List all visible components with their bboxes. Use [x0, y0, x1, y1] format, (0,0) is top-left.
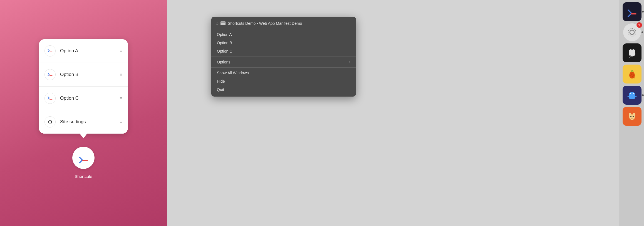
- chevron-right-icon: ›: [349, 60, 350, 64]
- shortcut-item-option-b[interactable]: Option B ≡: [39, 63, 128, 87]
- settings-badge: 1: [636, 22, 642, 28]
- svg-point-10: [632, 49, 635, 54]
- menu-item-option-b[interactable]: Option B: [211, 39, 356, 47]
- menu-option-b-label: Option B: [217, 41, 232, 45]
- option-c-label: Option C: [60, 95, 120, 101]
- drag-handle-c: ≡: [120, 96, 122, 100]
- menu-item-options[interactable]: Options ›: [211, 58, 356, 66]
- menu-item-option-c[interactable]: Option C: [211, 47, 356, 55]
- shortcut-list: Option A ≡ Option B ≡: [39, 39, 128, 134]
- migrate-dock-icon: [627, 90, 637, 100]
- dock-item-migrate[interactable]: [623, 86, 641, 105]
- shortcut-item-option-a[interactable]: Option A ≡: [39, 39, 128, 63]
- gear-icon: ⚙: [48, 119, 53, 125]
- menu-item-hide[interactable]: Hide: [211, 77, 356, 85]
- menu-item-show-all-windows[interactable]: Show All Windows: [211, 69, 356, 77]
- elephant-dock-icon: [627, 48, 637, 58]
- drag-handle-a: ≡: [120, 48, 122, 53]
- settings-dock-icon: [626, 27, 638, 38]
- migrate-active-dot: [642, 94, 644, 96]
- terminal-icon-b: [44, 69, 56, 80]
- left-panel: Option A ≡ Option B ≡: [0, 0, 167, 226]
- context-menu-header: ◇ Shortcuts Demo - Web App Manifest Demo: [211, 18, 356, 29]
- option-b-label: Option B: [60, 72, 120, 77]
- shortcut-list-wrapper: Option A ≡ Option B ≡: [39, 39, 128, 179]
- option-a-label: Option A: [60, 48, 120, 54]
- menu-section-window: Show All Windows Hide Quit: [211, 68, 356, 95]
- terminal-icon-c: [44, 93, 56, 104]
- dock-elephant-wrapper: [623, 43, 641, 62]
- svg-point-17: [629, 92, 635, 95]
- dock-migrate-wrapper: [623, 86, 641, 105]
- show-all-windows-label: Show All Windows: [217, 71, 249, 75]
- terminal-dock-icon: [626, 6, 638, 17]
- menu-item-option-a[interactable]: Option A: [211, 30, 356, 39]
- svg-point-7: [628, 28, 636, 36]
- middle-area: ◇ Shortcuts Demo - Web App Manifest Demo…: [167, 0, 620, 226]
- terminal-active-dot: [642, 11, 644, 13]
- window-icon: [221, 21, 226, 25]
- squirrel-dock-icon: [627, 111, 637, 122]
- bubble-tail: [80, 133, 87, 138]
- diamond-icon: ◇: [216, 21, 218, 25]
- dock-item-pineapple[interactable]: [623, 65, 641, 83]
- menu-title: Shortcuts Demo - Web App Manifest Demo: [228, 21, 302, 26]
- menu-item-quit[interactable]: Quit: [211, 85, 356, 94]
- dock-terminal-wrapper: [623, 2, 641, 21]
- gear-icon-circle: ⚙: [44, 116, 56, 127]
- menu-option-a-label: Option A: [217, 32, 232, 37]
- dock-item-terminal[interactable]: [623, 2, 641, 21]
- app-label: Shortcuts: [75, 174, 92, 179]
- menu-section-options-sub: Options ›: [211, 57, 356, 68]
- context-menu: ◇ Shortcuts Demo - Web App Manifest Demo…: [211, 17, 356, 97]
- svg-point-3: [77, 151, 90, 164]
- svg-point-18: [630, 93, 631, 94]
- quit-label: Quit: [217, 87, 224, 92]
- dock-squirrel-wrapper: [623, 107, 641, 126]
- menu-option-c-label: Option C: [217, 49, 232, 53]
- svg-point-6: [630, 30, 634, 35]
- menu-options-label: Options: [217, 60, 230, 64]
- shortcut-item-option-c[interactable]: Option C ≡: [39, 87, 128, 110]
- app-icon-bubble[interactable]: [72, 147, 95, 169]
- svg-point-19: [633, 93, 634, 94]
- app-icon-container: Shortcuts: [72, 147, 95, 179]
- dock-settings-wrapper: 1: [623, 23, 641, 41]
- drag-handle-settings: ≡: [120, 119, 122, 124]
- drag-handle-b: ≡: [120, 72, 122, 77]
- svg-point-25: [630, 116, 631, 117]
- right-panel-dock: 1: [620, 0, 644, 226]
- terminal-icon-a: [44, 45, 56, 56]
- svg-point-26: [633, 116, 634, 117]
- shortcuts-app-icon: [77, 151, 90, 164]
- hide-label: Hide: [217, 79, 225, 83]
- menu-section-options: Option A Option B Option C: [211, 29, 356, 57]
- dock-item-settings[interactable]: 1: [623, 23, 641, 41]
- shortcut-item-site-settings[interactable]: ⚙ Site settings ≡: [39, 110, 128, 134]
- pineapple-dock-icon: [627, 69, 637, 79]
- dock-pineapple-wrapper: [623, 65, 641, 83]
- settings-active-dot: [641, 31, 643, 33]
- dock-item-elephant[interactable]: [623, 43, 641, 62]
- dock-item-squirrel[interactable]: [623, 107, 641, 126]
- site-settings-label: Site settings: [60, 119, 120, 125]
